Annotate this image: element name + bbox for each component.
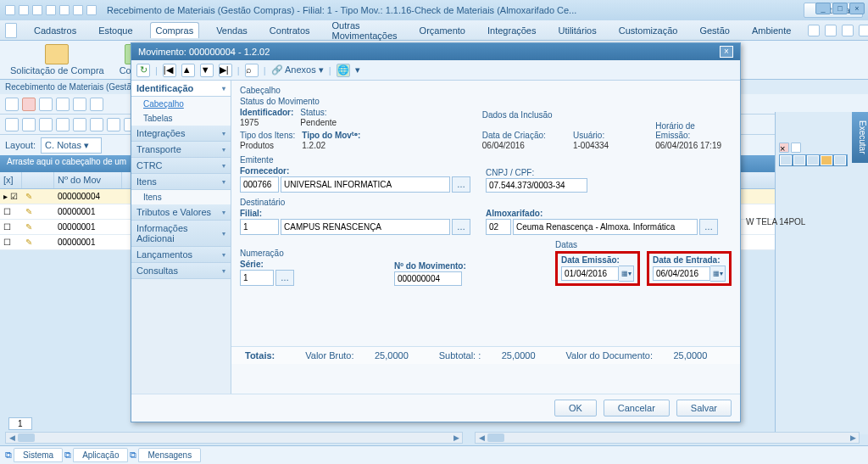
sidebar-sec-info[interactable]: Informações Adicionai▾	[131, 221, 231, 247]
sidebar-sub-itens[interactable]: Itens	[131, 190, 231, 204]
first-icon[interactable]: |◀	[163, 64, 176, 77]
dialog-close-icon[interactable]: ×	[720, 46, 733, 58]
almox-code-input[interactable]	[486, 219, 511, 235]
serie-lookup-button[interactable]: …	[275, 270, 294, 286]
last-icon[interactable]: ▶|	[219, 64, 232, 77]
usu-label: Usuário:	[573, 131, 648, 140]
dialog-titlebar: Movimento: 000000004 - 1.2.02 ×	[131, 43, 740, 60]
search-icon[interactable]: ⌕	[245, 64, 259, 77]
group-legend: Cabeçalho	[240, 86, 732, 95]
sidebar-sub-tabelas[interactable]: Tabelas	[131, 111, 231, 126]
status-label: Status:	[300, 108, 337, 117]
forn-name-input[interactable]	[281, 176, 450, 193]
serie-input[interactable]	[240, 270, 274, 286]
save-button[interactable]: Salvar	[676, 400, 732, 416]
dialog-sidebar: Identificação▾ Cabeçalho Tabelas Integra…	[131, 81, 231, 394]
group-legend: Emitente	[240, 155, 732, 165]
movement-dialog: Movimento: 000000004 - 1.2.02 × ↻ | |◀ ▲…	[131, 42, 741, 422]
almox-label: Almoxarifado:	[486, 209, 718, 218]
group-legend: Destinatário	[240, 198, 732, 207]
group-datas: Datas Data Emissão: ▦▾ Data de Entrada: …	[555, 240, 732, 289]
tipomov-label: Tipo do Movᵗᵒ:	[302, 131, 360, 140]
cnpj-label: CNPJ / CPF:	[486, 168, 587, 177]
chevron-down-icon: ▾	[222, 230, 225, 238]
prev-icon[interactable]: ▲	[181, 64, 195, 77]
tipoitens-label: Tipo dos Itens:	[240, 131, 295, 140]
chevron-down-icon: ▾	[222, 251, 225, 259]
group-cabecalho: Cabeçalho Status do Movimento Identifica…	[240, 86, 732, 150]
calendar-icon[interactable]: ▦▾	[619, 266, 634, 282]
group-legend: Datas	[555, 240, 732, 249]
filial-lookup-button[interactable]: …	[452, 219, 470, 235]
almox-lookup-button[interactable]: …	[699, 219, 718, 235]
usu-value: 1-004334	[573, 141, 648, 150]
demi-input[interactable]	[561, 266, 619, 281]
filial-label: Filial:	[240, 209, 470, 218]
status-value: Pendente	[300, 118, 337, 127]
ident-label: Identificador:	[240, 108, 293, 117]
filial-code-input[interactable]	[240, 219, 279, 235]
ok-button[interactable]: OK	[554, 400, 597, 416]
sidebar-sec-transp[interactable]: Transporte▾	[131, 142, 231, 158]
filial-name-input[interactable]	[281, 219, 450, 235]
totals-label: Totais:	[245, 350, 275, 361]
nmov-input[interactable]	[394, 271, 462, 286]
next-icon[interactable]: ▼	[200, 64, 214, 77]
demi-label: Data Emissão:	[561, 255, 634, 265]
group-dest: Destinatário Filial: … Almoxarifado:	[240, 198, 732, 235]
calendar-icon[interactable]: ▦▾	[710, 266, 726, 282]
totals-bar: Totais: Valor Bruto: 25,0000 Subtotal: :…	[231, 346, 740, 364]
dialog-title: Movimento: 000000004 - 1.2.02	[138, 47, 270, 57]
forn-code-input[interactable]	[240, 176, 279, 193]
sidebar-sub-cabecalho[interactable]: Cabeçalho	[131, 97, 231, 111]
chevron-down-icon: ▾	[222, 209, 225, 216]
nmov-label: Nº do Movimento:	[394, 261, 466, 271]
modal-backdrop: Movimento: 000000004 - 1.2.02 × ↻ | |◀ ▲…	[0, 0, 868, 464]
highlight-entry-date: Data de Entrada: ▦▾	[647, 251, 732, 286]
group-num: Numeração Série: … Nº do Movimento:	[240, 249, 548, 289]
chevron-down-icon: ▾	[222, 178, 225, 186]
dcria-value: 06/04/2016	[482, 141, 566, 150]
dent-label: Data de Entrada:	[653, 255, 726, 265]
globe-icon[interactable]: 🌐	[337, 64, 350, 77]
dialog-toolbar: ↻ | |◀ ▲ ▼ ▶| | ⌕ | 🔗 Anexos ▾ | 🌐▾	[131, 60, 740, 81]
hemi-label: Horário de Emissão:	[655, 121, 732, 140]
chevron-down-icon: ▾	[222, 162, 225, 170]
chevron-down-icon: ▾	[222, 85, 225, 92]
globe-dd[interactable]: ▾	[355, 64, 360, 75]
sidebar-sec-cons[interactable]: Consultas▾	[131, 263, 231, 279]
tipoitens-value: Produtos	[240, 141, 295, 150]
sidebar-sec-integ[interactable]: Integrações▾	[131, 126, 231, 142]
dent-input[interactable]	[653, 266, 710, 281]
dialog-content: Cabeçalho Status do Movimento Identifica…	[231, 81, 740, 394]
serie-label: Série:	[240, 260, 294, 269]
sidebar-sec-lanc[interactable]: Lançamentos▾	[131, 247, 231, 263]
sidebar-sec-ctrc[interactable]: CTRC▾	[131, 158, 231, 174]
sidebar-sec-itens[interactable]: Itens▾	[131, 174, 231, 190]
ident-value: 1975	[240, 118, 293, 127]
attachments-dropdown[interactable]: 🔗 Anexos ▾	[271, 64, 324, 75]
hemi-value: 06/04/2016 17:19	[655, 141, 732, 150]
dialog-footer: OK Cancelar Salvar	[131, 394, 740, 422]
chevron-down-icon: ▾	[222, 267, 225, 275]
chevron-down-icon: ▾	[222, 130, 225, 137]
cancel-button[interactable]: Cancelar	[604, 400, 670, 416]
incl-legend: Dados da Inclusão	[482, 110, 732, 120]
refresh-icon[interactable]: ↻	[136, 64, 150, 77]
tipomov-value: 1.2.02	[302, 141, 360, 150]
chevron-down-icon: ▾	[222, 146, 225, 154]
sidebar-sec-trib[interactable]: Tributos e Valores▾	[131, 204, 231, 221]
status-legend: Status do Movimento	[240, 97, 476, 106]
highlight-emission-date: Data Emissão: ▦▾	[555, 251, 640, 286]
sidebar-sec-ident[interactable]: Identificação▾	[131, 81, 231, 97]
group-legend: Numeração	[240, 249, 548, 258]
forn-lookup-button[interactable]: …	[452, 176, 470, 193]
group-emitente: Emitente Fornecedor: … CNPJ / CPF:	[240, 155, 732, 193]
forn-label: Fornecedor:	[240, 166, 470, 176]
almox-name-input[interactable]	[513, 219, 698, 235]
cnpj-input[interactable]	[486, 178, 587, 193]
dcria-label: Data de Criação:	[482, 131, 566, 140]
